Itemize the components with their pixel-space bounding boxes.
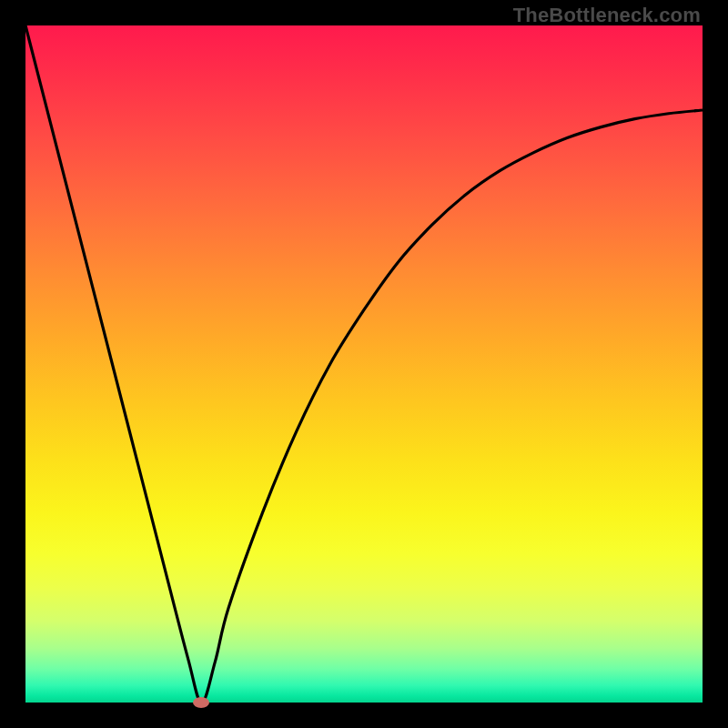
- chart-frame: TheBottleneck.com: [0, 0, 728, 728]
- watermark-text: TheBottleneck.com: [513, 4, 701, 27]
- bottleneck-curve: [25, 25, 703, 703]
- plot-area: [25, 25, 703, 703]
- curve-path: [25, 25, 703, 703]
- minimum-marker: [193, 697, 209, 708]
